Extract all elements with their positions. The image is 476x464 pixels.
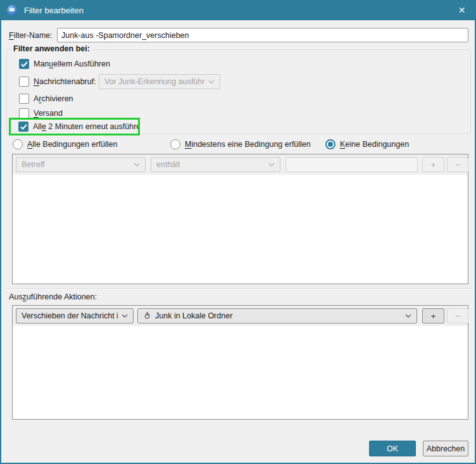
radio-no-conditions[interactable]: Keine Bedingungen [325,139,409,149]
checkbox-manual-run[interactable]: Manuellem Ausführen [19,59,110,69]
thunderbird-app-icon [7,5,18,16]
condition-remove-button: − [447,157,468,172]
actions-label: Auszuführende Aktionen: [9,292,97,301]
checkbox-periodic-run-label: Alle 2 Minuten erneut ausführen [33,122,140,131]
cancel-button[interactable]: Abbrechen [423,441,468,456]
radio-unselected-icon [13,139,23,149]
chevron-down-icon [208,80,215,84]
chevron-down-icon [405,314,411,318]
filter-name-input[interactable] [57,28,468,42]
window-title: Filter bearbeiten [24,6,84,15]
condition-value-input [285,157,418,172]
chevron-down-icon [122,314,128,318]
checkbox-sending-label: Versand [34,109,63,118]
close-icon[interactable]: ✕ [448,0,476,20]
radio-selected-icon [325,139,335,149]
radio-no-conditions-label: Keine Bedingungen [340,140,409,149]
action-type-select[interactable]: Verschieben der Nachricht in: [16,308,134,323]
radio-unselected-icon [170,139,180,149]
retrieval-timing-select: Vor Junk-Erkennung ausführen [99,74,220,89]
condition-attribute-select: Betreff [16,157,146,172]
checkbox-checked-icon [18,122,28,132]
checkbox-on-retrieval-label: Nachrichtenabruf: [34,77,96,86]
radio-all-conditions[interactable]: Alle Bedingungen erfüllen [13,139,117,149]
highlight-rectangle: Alle 2 Minuten erneut ausführen [9,118,140,135]
checkbox-on-retrieval[interactable]: Nachrichtenabruf: [19,77,96,87]
checkbox-archiving-label: Archivieren [34,94,73,103]
condition-operator-select: enthält [151,157,280,172]
ok-button[interactable]: OK [369,441,416,456]
checkbox-periodic-run[interactable]: Alle 2 Minuten erneut ausführen [18,122,140,132]
filter-edit-dialog: Filter bearbeiten ✕ Filter-Name: Filter … [0,0,476,464]
conditions-panel: Betreff enthält + − [12,154,468,284]
action-add-button[interactable]: + [422,308,444,323]
titlebar: Filter bearbeiten ✕ [0,0,476,20]
filter-name-label: Filter-Name: [9,31,53,40]
condition-add-button: + [422,157,444,172]
action-remove-button: − [447,308,468,323]
checkbox-unchecked-icon [19,94,29,104]
radio-all-conditions-label: Alle Bedingungen erfüllen [27,140,117,149]
actions-panel: Verschieben der Nachricht in: Junk in Lo… [12,305,468,420]
radio-any-condition[interactable]: Mindestens eine Bedingung erfüllen [170,139,311,149]
checkbox-unchecked-icon [19,108,29,118]
chevron-down-icon [268,163,275,166]
checkbox-checked-icon [19,59,29,69]
section-divider [6,288,472,289]
checkbox-archiving[interactable]: Archivieren [19,94,73,104]
radio-any-condition-label: Mindestens eine Bedingung erfüllen [185,140,311,149]
apply-when-legend: Filter anwenden bei: [11,44,92,53]
checkbox-manual-run-label: Manuellem Ausführen [34,60,110,68]
checkbox-unchecked-icon [19,77,29,87]
chevron-down-icon [134,163,140,166]
checkbox-sending[interactable]: Versand [19,108,63,118]
action-target-folder-select[interactable]: Junk in Lokale Ordner [137,308,417,323]
junk-flame-icon [143,311,151,320]
